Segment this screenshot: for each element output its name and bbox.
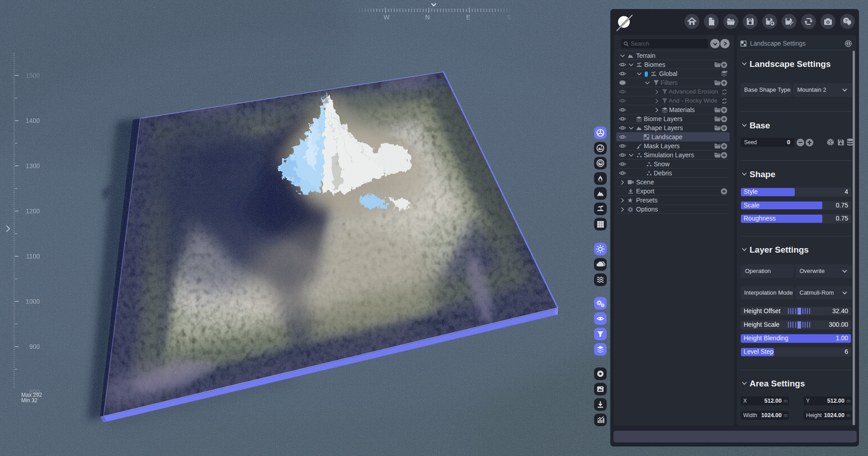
svg-text:1200: 1200 — [26, 207, 40, 215]
svg-text:900: 900 — [29, 343, 40, 350]
svg-text:1100: 1100 — [26, 253, 40, 260]
svg-text:1400: 1400 — [26, 117, 40, 124]
svg-text:Min 32: Min 32 — [21, 397, 38, 404]
svg-text:S: S — [507, 14, 511, 21]
svg-text:1500: 1500 — [26, 72, 40, 79]
svg-text:N: N — [425, 14, 430, 21]
svg-text:1300: 1300 — [26, 162, 40, 169]
svg-text:W: W — [383, 14, 390, 21]
svg-text:E: E — [466, 14, 470, 21]
svg-text:?: ? — [845, 18, 848, 23]
svg-text:1000: 1000 — [26, 298, 40, 305]
